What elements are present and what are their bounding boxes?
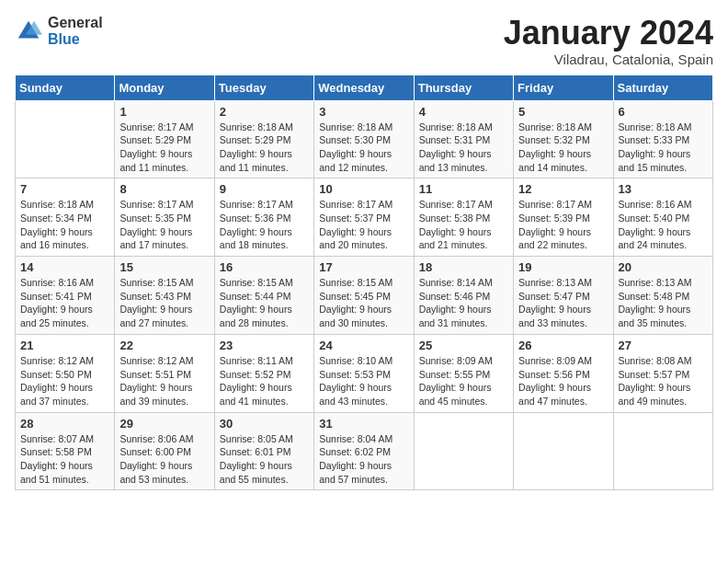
day-number: 30 — [220, 417, 309, 431]
month-title: January 2024 — [504, 15, 713, 52]
day-number: 6 — [619, 105, 708, 119]
day-number: 1 — [119, 105, 209, 119]
day-info: Sunrise: 8:18 AMSunset: 5:30 PMDaylight:… — [319, 121, 392, 173]
calendar-day-cell: 5 Sunrise: 8:18 AMSunset: 5:32 PMDayligh… — [514, 100, 613, 178]
weekday-header-cell: Saturday — [613, 75, 712, 100]
day-info: Sunrise: 8:15 AMSunset: 5:44 PMDaylight:… — [220, 277, 293, 328]
calendar-day-cell: 17 Sunrise: 8:15 AMSunset: 5:45 PMDaylig… — [314, 257, 414, 335]
calendar-day-cell: 2 Sunrise: 8:18 AMSunset: 5:29 PMDayligh… — [214, 100, 313, 178]
day-info: Sunrise: 8:18 AMSunset: 5:31 PMDaylight:… — [419, 121, 493, 173]
day-number: 28 — [20, 417, 109, 431]
day-info: Sunrise: 8:15 AMSunset: 5:45 PMDaylight:… — [319, 277, 392, 328]
day-number: 10 — [319, 182, 408, 196]
calendar-day-cell: 6 Sunrise: 8:18 AMSunset: 5:33 PMDayligh… — [613, 100, 712, 178]
weekday-header-cell: Tuesday — [214, 75, 313, 100]
day-number: 31 — [319, 417, 408, 431]
calendar-day-cell — [613, 412, 712, 490]
calendar-week-row: 28 Sunrise: 8:07 AMSunset: 5:58 PMDaylig… — [16, 412, 713, 490]
day-info: Sunrise: 8:07 AMSunset: 5:58 PMDaylight:… — [20, 433, 94, 485]
calendar-week-row: 1 Sunrise: 8:17 AMSunset: 5:29 PMDayligh… — [16, 100, 713, 178]
calendar-day-cell: 19 Sunrise: 8:13 AMSunset: 5:47 PMDaylig… — [514, 257, 613, 335]
calendar-day-cell: 4 Sunrise: 8:18 AMSunset: 5:31 PMDayligh… — [414, 100, 513, 178]
logo-text: General Blue — [48, 15, 103, 47]
calendar-day-cell: 9 Sunrise: 8:17 AMSunset: 5:36 PMDayligh… — [214, 178, 313, 257]
calendar-day-cell: 10 Sunrise: 8:17 AMSunset: 5:37 PMDaylig… — [314, 178, 414, 257]
day-number: 21 — [20, 339, 109, 352]
day-number: 24 — [319, 339, 408, 352]
title-block: January 2024 Viladrau, Catalonia, Spain — [504, 15, 713, 67]
calendar-week-row: 14 Sunrise: 8:16 AMSunset: 5:41 PMDaylig… — [16, 257, 713, 335]
calendar-body: 1 Sunrise: 8:17 AMSunset: 5:29 PMDayligh… — [16, 100, 713, 490]
day-info: Sunrise: 8:04 AMSunset: 6:02 PMDaylight:… — [319, 433, 392, 485]
calendar-day-cell: 23 Sunrise: 8:11 AMSunset: 5:52 PMDaylig… — [214, 334, 313, 412]
calendar-day-cell: 22 Sunrise: 8:12 AMSunset: 5:51 PMDaylig… — [115, 334, 214, 412]
day-number: 20 — [619, 260, 708, 274]
day-number: 9 — [220, 182, 309, 196]
day-info: Sunrise: 8:14 AMSunset: 5:46 PMDaylight:… — [419, 277, 493, 328]
day-number: 22 — [119, 339, 209, 352]
day-number: 19 — [518, 260, 608, 274]
calendar-day-cell: 25 Sunrise: 8:09 AMSunset: 5:55 PMDaylig… — [414, 334, 513, 412]
calendar-day-cell — [514, 412, 613, 490]
day-number: 16 — [220, 260, 309, 274]
calendar-day-cell: 7 Sunrise: 8:18 AMSunset: 5:34 PMDayligh… — [16, 178, 115, 257]
day-info: Sunrise: 8:05 AMSunset: 6:01 PMDaylight:… — [220, 433, 293, 485]
day-number: 2 — [220, 105, 309, 119]
calendar-day-cell: 31 Sunrise: 8:04 AMSunset: 6:02 PMDaylig… — [314, 412, 414, 490]
calendar-day-cell: 1 Sunrise: 8:17 AMSunset: 5:29 PMDayligh… — [115, 100, 214, 178]
day-number: 26 — [518, 339, 608, 352]
calendar-day-cell: 21 Sunrise: 8:12 AMSunset: 5:50 PMDaylig… — [16, 334, 115, 412]
day-info: Sunrise: 8:06 AMSunset: 6:00 PMDaylight:… — [119, 433, 193, 485]
weekday-header-cell: Friday — [514, 75, 613, 100]
day-number: 23 — [220, 339, 309, 352]
calendar-day-cell — [414, 412, 513, 490]
day-info: Sunrise: 8:09 AMSunset: 5:55 PMDaylight:… — [419, 355, 493, 407]
day-info: Sunrise: 8:09 AMSunset: 5:56 PMDaylight:… — [518, 355, 592, 407]
day-info: Sunrise: 8:11 AMSunset: 5:52 PMDaylight:… — [220, 355, 293, 407]
day-number: 4 — [419, 105, 508, 119]
day-info: Sunrise: 8:15 AMSunset: 5:43 PMDaylight:… — [119, 277, 193, 328]
day-info: Sunrise: 8:17 AMSunset: 5:35 PMDaylight:… — [119, 199, 193, 250]
page-header: General Blue January 2024 Viladrau, Cata… — [15, 15, 713, 67]
day-number: 25 — [419, 339, 508, 352]
day-info: Sunrise: 8:16 AMSunset: 5:40 PMDaylight:… — [619, 199, 692, 250]
day-info: Sunrise: 8:17 AMSunset: 5:29 PMDaylight:… — [119, 121, 193, 173]
day-info: Sunrise: 8:16 AMSunset: 5:41 PMDaylight:… — [20, 277, 94, 328]
weekday-header-cell: Thursday — [414, 75, 513, 100]
calendar-day-cell — [16, 100, 115, 178]
calendar-week-row: 21 Sunrise: 8:12 AMSunset: 5:50 PMDaylig… — [16, 334, 713, 412]
calendar-day-cell: 29 Sunrise: 8:06 AMSunset: 6:00 PMDaylig… — [115, 412, 214, 490]
day-info: Sunrise: 8:10 AMSunset: 5:53 PMDaylight:… — [319, 355, 392, 407]
day-info: Sunrise: 8:18 AMSunset: 5:32 PMDaylight:… — [518, 121, 592, 173]
calendar-day-cell: 24 Sunrise: 8:10 AMSunset: 5:53 PMDaylig… — [314, 334, 414, 412]
day-info: Sunrise: 8:17 AMSunset: 5:39 PMDaylight:… — [518, 199, 592, 250]
day-number: 8 — [119, 182, 209, 196]
calendar-day-cell: 18 Sunrise: 8:14 AMSunset: 5:46 PMDaylig… — [414, 257, 513, 335]
day-info: Sunrise: 8:13 AMSunset: 5:48 PMDaylight:… — [619, 277, 692, 328]
day-number: 11 — [419, 182, 508, 196]
day-number: 29 — [119, 417, 209, 431]
day-info: Sunrise: 8:12 AMSunset: 5:51 PMDaylight:… — [119, 355, 193, 407]
weekday-header-cell: Wednesday — [314, 75, 414, 100]
day-info: Sunrise: 8:17 AMSunset: 5:36 PMDaylight:… — [220, 199, 293, 250]
day-info: Sunrise: 8:13 AMSunset: 5:47 PMDaylight:… — [518, 277, 592, 328]
day-info: Sunrise: 8:18 AMSunset: 5:34 PMDaylight:… — [20, 199, 94, 250]
day-number: 27 — [619, 339, 708, 352]
location-title: Viladrau, Catalonia, Spain — [504, 52, 713, 67]
calendar-day-cell: 13 Sunrise: 8:16 AMSunset: 5:40 PMDaylig… — [613, 178, 712, 257]
day-number: 12 — [518, 182, 608, 196]
calendar-day-cell: 30 Sunrise: 8:05 AMSunset: 6:01 PMDaylig… — [214, 412, 313, 490]
calendar-day-cell: 28 Sunrise: 8:07 AMSunset: 5:58 PMDaylig… — [16, 412, 115, 490]
day-info: Sunrise: 8:18 AMSunset: 5:33 PMDaylight:… — [619, 121, 692, 173]
weekday-header-cell: Sunday — [16, 75, 115, 100]
calendar-table: SundayMondayTuesdayWednesdayThursdayFrid… — [15, 75, 713, 491]
day-number: 14 — [20, 260, 109, 274]
calendar-day-cell: 12 Sunrise: 8:17 AMSunset: 5:39 PMDaylig… — [514, 178, 613, 257]
calendar-day-cell: 16 Sunrise: 8:15 AMSunset: 5:44 PMDaylig… — [214, 257, 313, 335]
day-info: Sunrise: 8:17 AMSunset: 5:38 PMDaylight:… — [419, 199, 493, 250]
calendar-day-cell: 27 Sunrise: 8:08 AMSunset: 5:57 PMDaylig… — [613, 334, 712, 412]
calendar-week-row: 7 Sunrise: 8:18 AMSunset: 5:34 PMDayligh… — [16, 178, 713, 257]
logo-blue: Blue — [48, 31, 103, 48]
calendar-day-cell: 20 Sunrise: 8:13 AMSunset: 5:48 PMDaylig… — [613, 257, 712, 335]
calendar-day-cell: 14 Sunrise: 8:16 AMSunset: 5:41 PMDaylig… — [16, 257, 115, 335]
